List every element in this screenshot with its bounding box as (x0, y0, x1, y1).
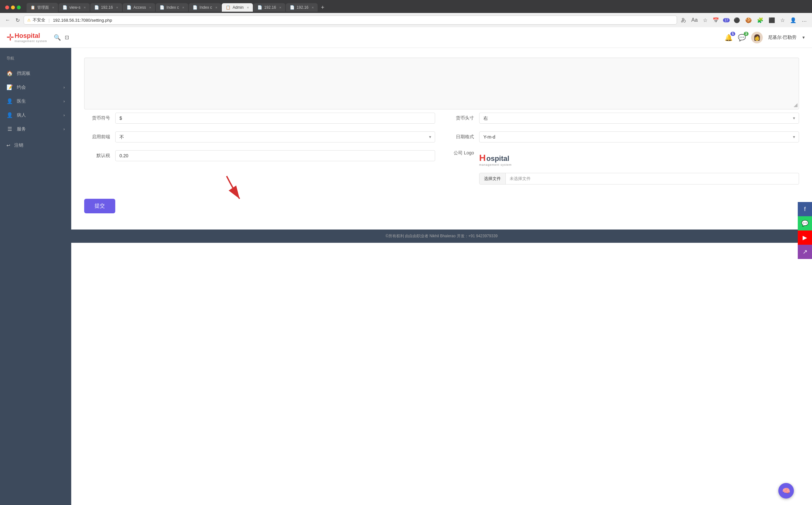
logo-preview: H ospital management system (479, 150, 799, 169)
tab-favicon-4: 📄 (127, 5, 132, 10)
form-group-company-logo: 公司 Logo H ospital management system (448, 150, 799, 184)
whatsapp-button[interactable]: 💬 (798, 216, 812, 230)
security-warning-icon: ⚠ (27, 18, 31, 22)
date-format-select[interactable]: Y-m-d d/m/Y m/d/Y (479, 132, 799, 142)
choose-file-button[interactable]: 选择文件 (480, 173, 506, 184)
home-icon: 🏠 (6, 70, 13, 76)
cookie-icon[interactable]: 🍪 (744, 16, 753, 25)
browser-tab-4[interactable]: 📄 Access × (123, 3, 155, 12)
form-row-frontend: 启用前端 不 是 日期格式 (84, 132, 799, 142)
logo-ospital: ospital (486, 154, 509, 163)
sidebar: 导航 🏠 挡泥板 📝 约会 › 👤 医生 › 👤 病人 › ☰ (0, 48, 71, 505)
tab-label-4: Access (133, 5, 146, 10)
nav-actions: あ Aa ☆ 📅 17 ⚫ 🍪 🧩 ⬛ ☆ 👤 … (680, 16, 808, 25)
user-name[interactable]: 尼基尔·巴勒劳 (768, 35, 796, 40)
submit-row: 提交 (84, 192, 799, 220)
messages-button[interactable]: 💬 3 (738, 34, 746, 41)
submit-button[interactable]: 提交 (84, 199, 115, 213)
maximize-traffic-light[interactable] (17, 5, 21, 9)
notifications-button[interactable]: 🔔 5 (724, 34, 733, 41)
browser-tab-6[interactable]: 📄 Index c × (189, 3, 221, 12)
tab-close-5[interactable]: × (182, 5, 184, 9)
default-tax-label: 默认税 (84, 153, 110, 159)
browser-tab-7[interactable]: 📋 Admin × (222, 3, 253, 12)
browser-tab-8[interactable]: 📄 192.16 × (254, 3, 285, 12)
share-browser-icon[interactable]: ⬛ (767, 16, 776, 25)
settings-textarea[interactable] (85, 58, 799, 103)
browser-tab-9[interactable]: 📄 192.16 × (286, 3, 318, 12)
sidebar-item-appointment[interactable]: 📝 约会 › (0, 80, 71, 94)
facebook-button[interactable]: f (798, 202, 812, 216)
browser-tab-5[interactable]: 📄 Index c × (156, 3, 188, 12)
bookmark-icon[interactable]: ☆ (701, 16, 709, 25)
sidebar-logout-label: 注销 (14, 142, 23, 148)
avatar: 👩 (751, 32, 763, 43)
browser-tab-3[interactable]: 📄 192.16 × (90, 3, 122, 12)
tab-close-9[interactable]: × (312, 5, 314, 9)
sidebar-item-doctor[interactable]: 👤 医生 › (0, 94, 71, 108)
sidebar-item-dashboard[interactable]: 🏠 挡泥板 (0, 66, 71, 80)
chevron-right-icon-doctor: › (63, 99, 65, 104)
tab-favicon-1: 📋 (30, 5, 35, 10)
logo-mgmt-text: management system (479, 163, 799, 166)
profile-icon[interactable]: 👤 (789, 16, 798, 25)
enable-frontend-select[interactable]: 不 是 (115, 132, 435, 142)
company-logo-area: H ospital management system 选择文件 未选择文件 (479, 150, 799, 184)
default-tax-control (115, 150, 435, 161)
more-options-icon[interactable]: … (800, 16, 808, 24)
new-tab-button[interactable]: + (318, 4, 327, 11)
share-button[interactable]: ↗ (798, 245, 812, 259)
sidebar-item-patient[interactable]: 👤 病人 › (0, 108, 71, 122)
minimize-traffic-light[interactable] (11, 5, 15, 9)
calendar-icon[interactable]: 📅 (711, 16, 720, 25)
tab-label-8: 192.16 (264, 5, 276, 10)
tab-close-3[interactable]: × (116, 5, 118, 9)
close-traffic-light[interactable] (5, 5, 9, 9)
translate-icon[interactable]: あ (680, 16, 687, 25)
file-input-area: 选择文件 未选择文件 (479, 173, 799, 184)
ai-badge-button[interactable]: 🧠 (778, 483, 794, 499)
browser-tab-2[interactable]: 📄 view-s × (58, 3, 90, 12)
url-bar[interactable]: ⚠ 不安全 | 192.168.56.31:7080/setting.php (24, 16, 677, 25)
tab-favicon-8: 📄 (258, 5, 262, 10)
circle-icon[interactable]: ⚫ (733, 16, 742, 25)
expand-icon[interactable]: ⊡ (65, 34, 69, 40)
youtube-icon: ▶ (803, 234, 807, 241)
default-tax-input[interactable] (115, 150, 435, 161)
logo-text-area: Hospital management system (15, 32, 47, 43)
sidebar-item-service[interactable]: ☰ 服务 › (0, 122, 71, 136)
security-label: 不安全 (33, 17, 45, 23)
youtube-button[interactable]: ▶ (798, 230, 812, 245)
logo-h: H (479, 153, 486, 163)
currency-symbol-input[interactable] (115, 113, 435, 124)
search-icon[interactable]: 🔍 (54, 34, 61, 41)
tab-close-1[interactable]: × (52, 5, 54, 9)
url-text[interactable]: 192.168.56.31:7080/setting.php (53, 18, 112, 23)
user-dropdown-icon[interactable]: ▼ (802, 35, 806, 40)
tab-close-4[interactable]: × (149, 5, 151, 9)
logo-cross: ✛ (6, 32, 14, 43)
tab-favicon-9: 📄 (290, 5, 295, 10)
tab-close-6[interactable]: × (215, 5, 217, 9)
date-format-wrapper: Y-m-d d/m/Y m/d/Y (479, 132, 799, 142)
doctor-icon: 👤 (6, 98, 13, 104)
currency-position-select[interactable]: 右 左 (479, 113, 799, 124)
reader-icon[interactable]: Aa (690, 16, 699, 24)
extensions-icon[interactable]: 🧩 (756, 16, 765, 25)
notifications-badge: 5 (730, 32, 736, 36)
browser-tab-1[interactable]: 📋 管理面 × (26, 3, 58, 12)
tab-close-7[interactable]: × (247, 5, 249, 9)
refresh-button[interactable]: ↻ (14, 16, 21, 25)
sidebar-item-logout[interactable]: ↩ 注销 (0, 139, 71, 152)
tab-close-2[interactable]: × (84, 5, 86, 9)
favorites-icon[interactable]: ☆ (779, 16, 786, 25)
currency-position-label: 货币头寸 (448, 115, 474, 121)
file-name-label: 未选择文件 (506, 173, 534, 184)
logout-icon: ↩ (6, 143, 10, 148)
whatsapp-icon: 💬 (801, 220, 808, 227)
back-button[interactable]: ← (4, 16, 12, 24)
tab-label-7: Admin (232, 5, 243, 10)
sidebar-item-label-appointment: 约会 (17, 85, 26, 90)
tab-close-8[interactable]: × (280, 5, 281, 9)
tab-label-3: 192.16 (101, 5, 113, 10)
